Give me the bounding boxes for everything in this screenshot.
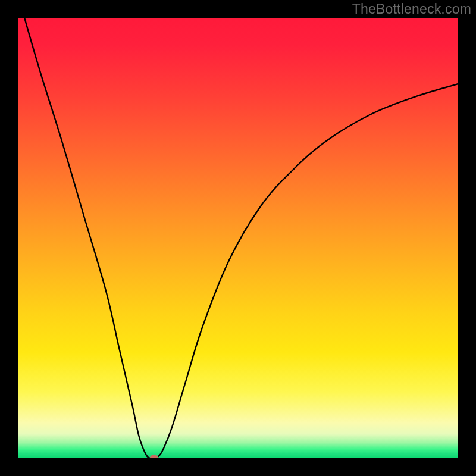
watermark-text: TheBottleneck.com xyxy=(352,1,471,17)
curve-path xyxy=(24,18,458,458)
plot-region xyxy=(18,18,458,458)
chart-frame: TheBottleneck.com xyxy=(0,0,476,476)
optimal-point-marker xyxy=(150,455,158,459)
curve-svg xyxy=(18,18,458,458)
